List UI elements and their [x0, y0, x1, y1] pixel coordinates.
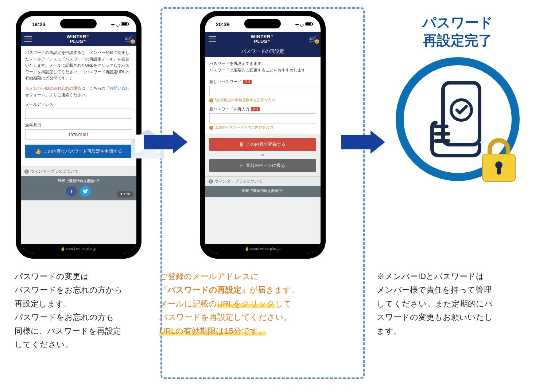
- cart-icon[interactable]: 🛒0: [309, 35, 317, 43]
- request-reset-button[interactable]: 👍この内容でパスワード再設定を申請する: [25, 145, 132, 158]
- url-bar: 🔒 smart.winterplus.jp: [21, 244, 136, 254]
- required-badge: 必須: [243, 80, 252, 84]
- status-time: 18:23: [32, 21, 46, 27]
- register-button[interactable]: 🗄この内容で登録する: [209, 138, 316, 151]
- newpw2-hint: 上記のパスワードと同じ内容を入力: [209, 125, 316, 130]
- twitter-icon[interactable]: [80, 186, 91, 197]
- caption-step3: ※メンバーIDとパスワードは メンバー様で責任を持って管理 してください。また定…: [377, 270, 532, 351]
- page-title: パスワードの再設定: [205, 46, 321, 57]
- dob-field[interactable]: 1970/01/01: [25, 129, 132, 140]
- done-title: パスワード再設定完了: [422, 14, 493, 50]
- top-button[interactable]: ⬆ TOP: [117, 191, 133, 197]
- menu-icon[interactable]: [24, 36, 32, 42]
- menu-icon[interactable]: [209, 36, 216, 42]
- phone-notch: [60, 19, 97, 28]
- sns-section: SNSで最新情報を配信中! f ⬆ TOP: [21, 176, 136, 200]
- required-badge: 必須: [251, 107, 260, 111]
- newpw2-field[interactable]: [209, 113, 316, 124]
- newpw-field[interactable]: [209, 86, 316, 96]
- app-header: WINTER✦PLUS✦ 🛒0: [21, 32, 136, 46]
- arrow-icon: [144, 135, 187, 153]
- brand-logo: WINTER✦PLUS✦: [251, 34, 274, 44]
- phone-notch: [244, 19, 281, 28]
- or-separator: or: [209, 153, 316, 157]
- cart-badge: 0: [315, 39, 319, 44]
- back-icon: ↩: [240, 163, 244, 168]
- newpw-label: 新しいパスワード必須: [209, 79, 316, 85]
- newpw-hint: 8文字以上の半角英数字と記号で入力: [209, 98, 316, 103]
- done-illustration: [396, 57, 520, 181]
- db-icon: 🗄: [240, 142, 244, 147]
- caption-step1: パスワードの変更は パスワードをお忘れの方から 再設定します。 パスワードをお忘…: [15, 270, 145, 351]
- phone-step2: 20:39 ••• ◡ WINTER✦PLUS✦ 🛒0 パスワードの再設定 パス…: [200, 11, 326, 259]
- sns-section: SNSで最新情報を配信中!: [205, 186, 321, 197]
- back-button[interactable]: ↩直前のページに戻る: [209, 159, 316, 172]
- email-label: メールアドレス: [25, 102, 132, 107]
- status-indicators: ••• ◡: [295, 21, 313, 27]
- brand-logo: WINTER✦PLUS✦: [67, 34, 90, 44]
- caption-step2: ご登録のメールアドレスに 『パスワードの再設定』が届きます。 メールに記載のUR…: [159, 270, 362, 351]
- cart-badge: 0: [131, 39, 135, 44]
- url-bar: 🔒 smart.winterplus.jp: [205, 244, 321, 254]
- newpw2-label: 新パスワードを再入力必須: [209, 106, 316, 112]
- app-header: WINTER✦PLUS✦ 🛒0: [205, 32, 321, 46]
- about-link[interactable]: ?ウィンタープラスについて: [21, 166, 136, 176]
- lock-icon: [479, 137, 519, 184]
- phone-step1: 18:23 ••• ◡ WINTER✦PLUS✦ 🛒0 パスワードの再設定を申請…: [16, 11, 141, 259]
- warn-prefix: ※メンバーIDのみお忘れの場合: [25, 86, 81, 90]
- dob-label: 生年月日: [25, 122, 132, 128]
- thumbs-up-icon: 👍: [35, 148, 41, 154]
- about-link[interactable]: ?ウィンタープラスについて: [205, 176, 321, 186]
- reset-desc2: パスワードは定期的に変更することをおすすめします: [209, 67, 316, 74]
- facebook-icon[interactable]: f: [66, 186, 77, 197]
- reset-desc1: パスワードを再設定できます。: [209, 60, 316, 67]
- status-time: 20:39: [216, 21, 230, 27]
- intro-text: パスワードの再設定を申請すると、メンバー登録に使用したメールアドレスに『パスワー…: [25, 50, 132, 82]
- svg-rect-8: [497, 166, 501, 175]
- cart-icon[interactable]: 🛒0: [125, 35, 133, 43]
- status-indicators: ••• ◡: [111, 21, 128, 27]
- email-field[interactable]: [25, 109, 132, 119]
- warn-line: ※メンバーIDのみお忘れの場合は、こちらの「お問い合わせフォーム」よりご連絡くだ…: [25, 85, 132, 98]
